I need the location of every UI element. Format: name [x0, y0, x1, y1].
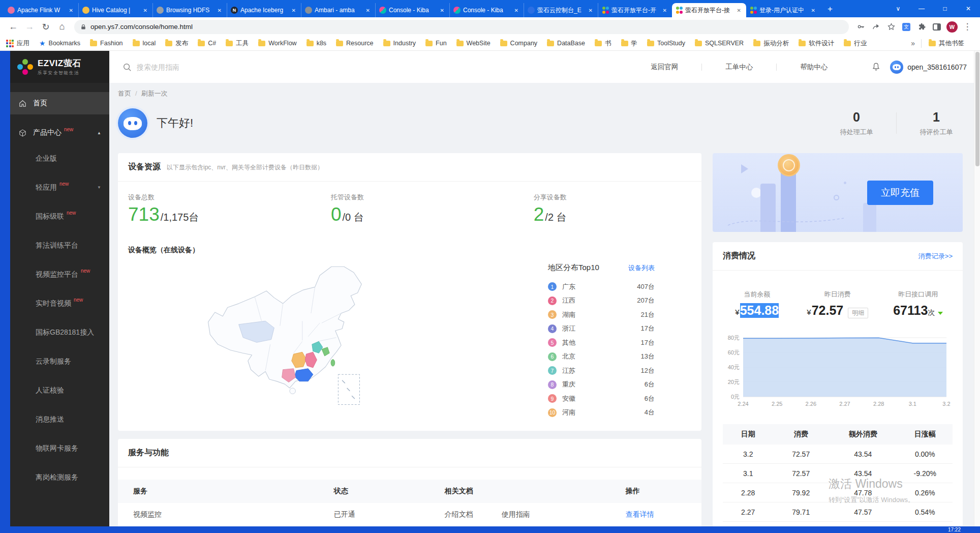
view-details-link[interactable]: 查看详情	[626, 510, 701, 519]
sidebar-item-轻应用[interactable]: 轻应用new▼	[10, 173, 109, 202]
tab-close-icon[interactable]: ✕	[661, 7, 668, 14]
browser-tab[interactable]: Apache Flink W✕	[4, 3, 78, 17]
other-bookmarks[interactable]: 其他书签	[921, 39, 964, 48]
sidebar-item-物联网卡服务[interactable]: 物联网卡服务	[10, 434, 109, 463]
bookmark-item[interactable]: WebSite	[456, 40, 491, 47]
sidebar-item-产品中心[interactable]: 产品中心new▲	[10, 122, 109, 144]
bookmark-item[interactable]: Industry	[383, 40, 416, 47]
bookmark-item[interactable]: 发布	[165, 39, 188, 48]
intro-doc-link[interactable]: 介绍文档	[445, 510, 473, 519]
scrollbar-thumb[interactable]	[975, 52, 979, 166]
browser-tab[interactable]: NApache Iceberg✕	[227, 3, 301, 17]
recharge-button[interactable]: 立即充值	[867, 181, 933, 205]
tab-close-icon[interactable]: ✕	[68, 7, 75, 14]
tab-close-icon[interactable]: ✕	[439, 7, 446, 14]
bookmark-item[interactable]: Fashion	[90, 40, 122, 47]
pending-orders[interactable]: 0 待处理工单	[832, 110, 881, 137]
notification-bell-icon[interactable]	[871, 62, 881, 72]
browser-tab[interactable]: Browsing HDFS✕	[152, 3, 227, 17]
bookmark-item[interactable]: ★Bookmarks	[39, 39, 80, 47]
minimize-button[interactable]: —	[910, 0, 933, 17]
tab-search-icon[interactable]: ∨	[886, 0, 910, 17]
breadcrumb-home[interactable]: 首页	[118, 90, 131, 97]
sidebar-item-国标GB28181接入[interactable]: 国标GB28181接入	[10, 318, 109, 347]
bookmark-item[interactable]: ToolStudy	[647, 40, 685, 47]
translate-icon[interactable]: 文	[899, 19, 914, 35]
breadcrumb-refresh[interactable]: 刷新一次	[141, 90, 168, 97]
sidebar-item-国标级联[interactable]: 国标级联new	[10, 202, 109, 231]
browser-tab[interactable]: Console - Kiba✕	[375, 3, 449, 17]
sidebar-item-人证核验[interactable]: 人证核验	[10, 376, 109, 405]
tab-close-icon[interactable]: ✕	[142, 7, 149, 14]
browser-tab[interactable]: 萤石开放平台-接✕	[672, 3, 746, 17]
extensions-puzzle-icon[interactable]	[914, 19, 929, 35]
password-key-icon[interactable]	[853, 19, 868, 35]
bookmark-item[interactable]: local	[133, 40, 156, 47]
bookmark-item[interactable]: SQLSERVER	[695, 40, 744, 47]
sidebar-item-首页[interactable]: 首页	[10, 92, 109, 114]
top10-title[interactable]: 地区分布Top10	[548, 263, 599, 273]
bookmark-item[interactable]: Company	[500, 40, 538, 47]
maximize-button[interactable]: □	[933, 0, 957, 17]
user-account[interactable]: open_3581616077	[890, 61, 967, 74]
bookmark-item[interactable]: 振动分析	[753, 39, 789, 48]
profile-avatar[interactable]: W	[944, 19, 960, 35]
reload-icon[interactable]: ↻	[38, 19, 54, 35]
calls-dropdown-icon[interactable]	[938, 312, 943, 315]
sidebar-item-云录制服务[interactable]: 云录制服务	[10, 347, 109, 376]
tab-close-icon[interactable]: ✕	[513, 7, 520, 14]
tab-close-icon[interactable]: ✕	[364, 7, 372, 14]
link-official-site[interactable]: 返回官网	[627, 63, 701, 72]
browser-tab[interactable]: Ambari - amba✕	[301, 3, 375, 17]
sidebar-item-视频监控平台[interactable]: 视频监控平台new	[10, 260, 109, 289]
ezviz-logo[interactable]: EZVIZ萤石 乐享安全智能生活	[10, 51, 109, 83]
device-list-link[interactable]: 设备列表	[628, 263, 655, 273]
detail-button[interactable]: 明细	[848, 308, 868, 318]
side-panel-icon[interactable]	[929, 19, 944, 35]
tab-close-icon[interactable]: ✕	[290, 7, 297, 14]
sidebar-item-企业版[interactable]: 企业版	[10, 144, 109, 173]
tab-close-icon[interactable]: ✕	[810, 7, 817, 14]
browser-tab[interactable]: Console - Kiba✕	[449, 3, 524, 17]
bookmark-item[interactable]: 工具	[226, 39, 249, 48]
browser-tab[interactable]: 萤石云控制台_E✕	[524, 3, 598, 17]
page-scrollbar[interactable]	[974, 51, 980, 526]
link-help-center[interactable]: 帮助中心	[777, 63, 851, 72]
close-button[interactable]: ✕	[957, 0, 980, 17]
to-review-orders[interactable]: 1 待评价工单	[912, 110, 961, 137]
tab-close-icon[interactable]: ✕	[736, 7, 743, 14]
sidebar-item-算法训练平台[interactable]: 算法训练平台	[10, 231, 109, 260]
tab-close-icon[interactable]: ✕	[587, 7, 594, 14]
link-ticket-center[interactable]: 工单中心	[702, 63, 776, 72]
bookmark-item[interactable]: Fun	[425, 40, 447, 47]
url-input[interactable]: open.ys7.com/console/home.html	[74, 20, 849, 34]
home-icon[interactable]: ⌂	[54, 19, 70, 35]
share-icon[interactable]	[868, 19, 883, 35]
sidebar-item-离岗检测服务[interactable]: 离岗检测服务	[10, 463, 109, 492]
usage-guide-link[interactable]: 使用指南	[502, 510, 530, 519]
sidebar-item-消息推送[interactable]: 消息推送	[10, 405, 109, 434]
consumption-records-link[interactable]: 消费记录>>	[918, 252, 953, 261]
browser-menu-icon[interactable]: ⋮	[960, 19, 975, 35]
bookmarks-overflow-icon[interactable]: »	[911, 39, 915, 47]
back-icon[interactable]: ←	[5, 19, 21, 35]
bookmark-item[interactable]: Resource	[336, 40, 374, 47]
sidebar-item-实时音视频[interactable]: 实时音视频new	[10, 289, 109, 318]
bookmark-item[interactable]: k8s	[307, 40, 326, 47]
search-input[interactable]	[137, 63, 279, 71]
bookmark-item[interactable]: DataBase	[547, 40, 585, 47]
bookmark-item[interactable]: 软件设计	[799, 39, 834, 48]
new-tab-button[interactable]: +	[823, 3, 837, 16]
browser-tab[interactable]: 登录-用户认证中✕	[746, 3, 820, 17]
bookmark-item[interactable]: WorkFlow	[258, 40, 296, 47]
bookmark-item[interactable]: 书	[595, 39, 611, 48]
bookmark-item[interactable]: C#	[198, 40, 216, 47]
bookmark-item[interactable]: 应用	[6, 39, 29, 48]
browser-tab[interactable]: 萤石开放平台-开✕	[598, 3, 672, 17]
tab-close-icon[interactable]: ✕	[216, 7, 223, 14]
bookmark-item[interactable]: 行业	[844, 39, 867, 48]
bookmark-star-icon[interactable]	[883, 19, 899, 35]
forward-icon[interactable]: →	[21, 19, 38, 35]
bookmark-item[interactable]: 学	[621, 39, 638, 48]
browser-tab[interactable]: Hive Catalog |✕	[78, 3, 152, 17]
